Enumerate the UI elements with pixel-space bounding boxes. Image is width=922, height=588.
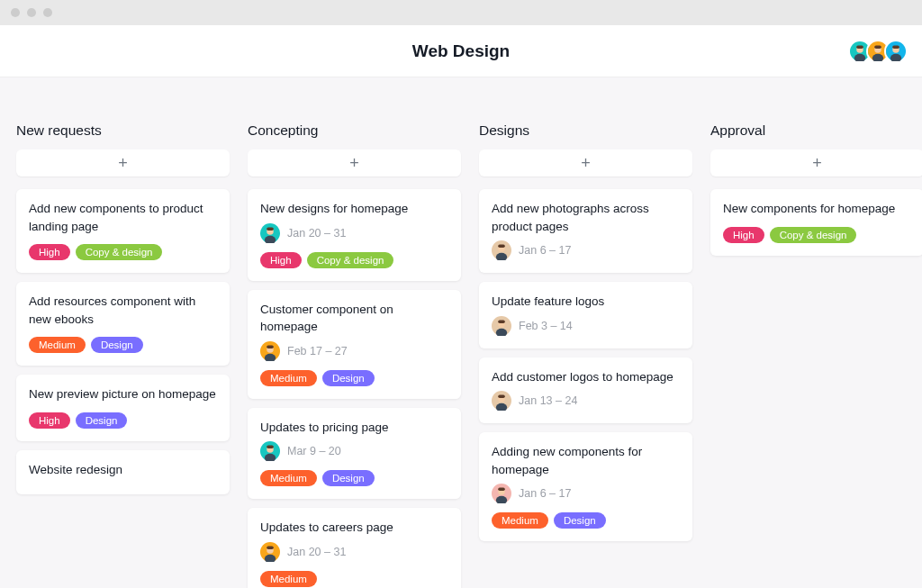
add-card-button[interactable]: + bbox=[479, 149, 692, 176]
card-meta: Jan 6 – 17 bbox=[492, 240, 680, 260]
tag[interactable]: Design bbox=[322, 470, 375, 486]
tag[interactable]: Copy & design bbox=[307, 252, 394, 268]
traffic-light-minimize[interactable] bbox=[27, 8, 36, 17]
tag[interactable]: Medium bbox=[260, 571, 317, 587]
assignee-avatar[interactable] bbox=[492, 391, 511, 411]
board-column: Designs+Add new photographs across produ… bbox=[479, 122, 692, 588]
svg-rect-10 bbox=[892, 45, 899, 48]
tag[interactable]: Design bbox=[322, 370, 375, 386]
card-meta: Mar 9 – 20 bbox=[260, 441, 448, 461]
card-date: Jan 20 – 31 bbox=[287, 227, 346, 240]
traffic-light-close[interactable] bbox=[11, 8, 20, 17]
plus-icon: + bbox=[118, 154, 128, 173]
card-title: Add resources component with new ebooks bbox=[29, 293, 217, 328]
assignee-avatar[interactable] bbox=[260, 542, 280, 562]
kanban-board: New requests+Add new components to produ… bbox=[0, 77, 922, 588]
board-column: New requests+Add new components to produ… bbox=[16, 122, 230, 588]
card-tags: MediumDesign bbox=[492, 512, 680, 529]
tag[interactable]: Medium bbox=[492, 512, 548, 529]
task-card[interactable]: Add new components to product landing pa… bbox=[16, 189, 230, 273]
card-tags: MediumDesign bbox=[29, 337, 217, 353]
assignee-avatar[interactable] bbox=[260, 341, 280, 361]
svg-rect-34 bbox=[498, 320, 505, 322]
assignee-avatar[interactable] bbox=[492, 484, 511, 503]
task-card[interactable]: Adding new components for homepageJan 6 … bbox=[479, 432, 692, 541]
card-meta: Jan 6 – 17 bbox=[492, 484, 680, 503]
task-card[interactable]: New components for homepageHighCopy & de… bbox=[710, 189, 922, 256]
svg-rect-22 bbox=[267, 446, 274, 448]
add-card-button[interactable]: + bbox=[710, 149, 922, 176]
tag[interactable]: Copy & design bbox=[770, 227, 857, 243]
column-title: Concepting bbox=[248, 122, 461, 139]
tag[interactable]: High bbox=[29, 412, 70, 429]
task-card[interactable]: Update feature logosFeb 3 – 14 bbox=[479, 282, 692, 348]
window-titlebar bbox=[0, 0, 922, 25]
card-title: Add new components to product landing pa… bbox=[29, 200, 217, 235]
tag[interactable]: Design bbox=[554, 512, 606, 529]
card-tags: HighCopy & design bbox=[723, 227, 911, 243]
column-title: New requests bbox=[16, 122, 230, 139]
board-column: Concepting+New designs for homepageJan 2… bbox=[248, 122, 461, 588]
add-card-button[interactable]: + bbox=[16, 149, 230, 176]
task-card[interactable]: Website redesign bbox=[16, 450, 230, 495]
tag[interactable]: Design bbox=[91, 337, 143, 353]
task-card[interactable]: New designs for homepageJan 20 – 31HighC… bbox=[248, 189, 461, 281]
card-title: Updates to pricing page bbox=[260, 419, 448, 437]
svg-rect-6 bbox=[874, 45, 881, 48]
task-card[interactable]: Add resources component with new ebooksM… bbox=[16, 282, 230, 366]
svg-rect-14 bbox=[267, 227, 274, 230]
tag[interactable]: High bbox=[260, 252, 302, 268]
svg-rect-26 bbox=[267, 546, 274, 548]
card-meta: Feb 17 – 27 bbox=[260, 341, 448, 361]
card-title: New preview picture on homepage bbox=[29, 385, 217, 403]
board-column: Approval+New components for homepageHigh… bbox=[710, 122, 922, 588]
assignee-avatar[interactable] bbox=[260, 223, 280, 243]
card-title: Website redesign bbox=[29, 461, 217, 479]
project-title: Web Design bbox=[412, 41, 510, 61]
task-card[interactable]: New preview picture on homepageHighDesig… bbox=[16, 375, 230, 441]
task-card[interactable]: Updates to careers pageJan 20 – 31Medium bbox=[248, 508, 461, 588]
traffic-light-zoom[interactable] bbox=[43, 8, 52, 17]
card-date: Mar 9 – 20 bbox=[287, 445, 341, 457]
card-meta: Feb 3 – 14 bbox=[492, 316, 680, 336]
member-avatars[interactable] bbox=[854, 40, 908, 63]
assignee-avatar[interactable] bbox=[260, 441, 280, 461]
card-tags: HighCopy & design bbox=[29, 244, 217, 260]
member-avatar[interactable] bbox=[884, 40, 908, 63]
tag[interactable]: Medium bbox=[260, 470, 317, 486]
card-title: New components for homepage bbox=[723, 200, 911, 218]
card-meta: Jan 13 – 24 bbox=[492, 391, 680, 411]
svg-rect-42 bbox=[498, 488, 505, 491]
card-title: Updates to careers page bbox=[260, 519, 448, 537]
card-title: Update feature logos bbox=[492, 293, 680, 311]
tag[interactable]: Design bbox=[76, 412, 128, 429]
task-card[interactable]: Add new photographs across product pages… bbox=[479, 189, 692, 273]
card-tags: MediumDesign bbox=[260, 370, 448, 386]
tag[interactable]: High bbox=[723, 227, 764, 243]
svg-rect-18 bbox=[267, 345, 274, 348]
assignee-avatar[interactable] bbox=[492, 316, 511, 336]
task-card[interactable]: Updates to pricing pageMar 9 – 20MediumD… bbox=[248, 408, 461, 500]
add-card-button[interactable]: + bbox=[248, 149, 461, 176]
assignee-avatar[interactable] bbox=[492, 240, 511, 260]
svg-rect-30 bbox=[498, 245, 505, 248]
card-tags: HighCopy & design bbox=[260, 252, 448, 268]
card-title: New designs for homepage bbox=[260, 200, 448, 218]
card-date: Jan 6 – 17 bbox=[519, 487, 571, 500]
app-header: Web Design bbox=[0, 25, 922, 77]
task-card[interactable]: Customer component on homepageFeb 17 – 2… bbox=[248, 290, 461, 399]
tag[interactable]: Medium bbox=[29, 337, 86, 353]
svg-rect-2 bbox=[856, 45, 863, 48]
task-card[interactable]: Add customer logos to homepageJan 13 – 2… bbox=[479, 357, 692, 424]
tag[interactable]: Copy & design bbox=[76, 244, 163, 260]
card-tags: Medium bbox=[260, 571, 448, 587]
svg-rect-38 bbox=[498, 395, 505, 398]
card-date: Feb 3 – 14 bbox=[519, 320, 573, 332]
card-tags: HighDesign bbox=[29, 412, 217, 429]
column-title: Approval bbox=[710, 122, 922, 139]
plus-icon: + bbox=[812, 154, 822, 173]
tag[interactable]: Medium bbox=[260, 370, 317, 386]
tag[interactable]: High bbox=[29, 244, 70, 260]
card-title: Customer component on homepage bbox=[260, 301, 448, 336]
card-date: Jan 6 – 17 bbox=[519, 244, 571, 257]
